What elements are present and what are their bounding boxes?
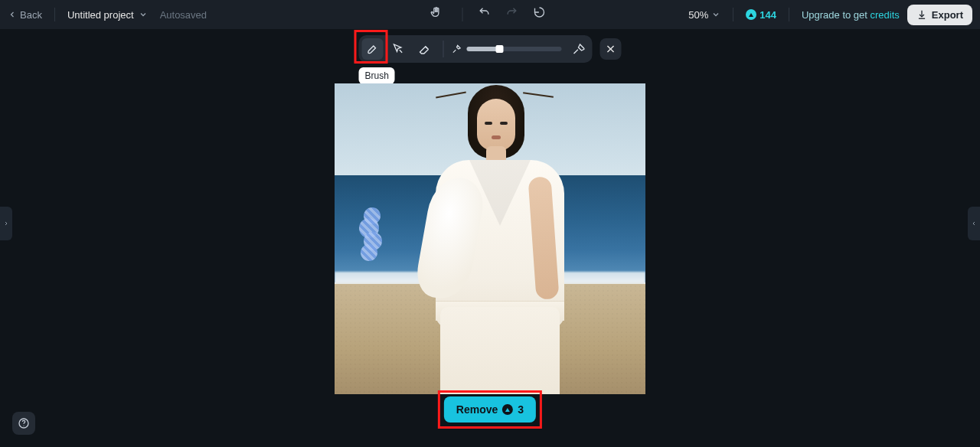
top-bar-left: Back Untitled project Autosaved [8, 8, 207, 21]
canvas-subject [394, 83, 593, 394]
upgrade-text: Upgrade to get [802, 9, 871, 21]
undo-button[interactable] [479, 6, 495, 23]
remove-button[interactable]: Remove 3 [444, 396, 536, 423]
zoom-label: 50% [688, 9, 708, 21]
separator [443, 41, 444, 57]
slider-fill [467, 47, 500, 51]
help-button[interactable] [12, 412, 35, 435]
brush-tooltip: Brush [359, 67, 395, 84]
brush-size-large-icon [573, 43, 585, 55]
top-bar-center [430, 0, 550, 29]
brush-size-small-icon [452, 44, 462, 54]
editor-canvas[interactable] [335, 83, 645, 394]
close-tool-palette-button[interactable] [600, 38, 622, 60]
remove-cost: 3 [518, 403, 524, 416]
brush-tool-button[interactable] [362, 38, 384, 60]
tool-palette-wrap: Brush [359, 35, 622, 63]
upgrade-link[interactable]: Upgrade to get credits [802, 9, 900, 21]
chevron-left-icon [8, 10, 17, 19]
separator [733, 8, 733, 21]
autosave-status: Autosaved [160, 9, 207, 21]
chevron-down-icon [711, 10, 720, 19]
brush-size-slider[interactable] [467, 47, 562, 51]
magic-select-icon [393, 43, 405, 55]
back-label: Back [20, 9, 42, 21]
top-bar-right: 50% 144 Upgrade to get credits Export [688, 5, 972, 25]
help-icon [18, 417, 30, 429]
eraser-icon [419, 43, 431, 55]
separator [462, 8, 463, 21]
brush-icon [367, 43, 379, 55]
separator [789, 8, 789, 21]
left-panel-expand-handle[interactable] [0, 207, 12, 240]
credit-coin-icon [746, 9, 756, 20]
chevron-down-icon [139, 10, 148, 19]
slider-thumb[interactable] [496, 45, 504, 53]
upgrade-credits-word: credits [871, 9, 900, 21]
redo-button[interactable] [506, 6, 523, 23]
separator [54, 8, 55, 21]
chevron-left-icon [971, 220, 977, 227]
pan-hand-button[interactable] [430, 6, 447, 23]
tool-palette [359, 35, 593, 63]
svg-point-3 [23, 426, 24, 426]
export-label: Export [932, 9, 963, 21]
remove-label: Remove [456, 403, 498, 416]
back-button[interactable]: Back [8, 9, 42, 21]
auto-select-tool-button[interactable] [388, 38, 410, 60]
chevron-right-icon [3, 220, 9, 227]
credits-count: 144 [760, 9, 776, 21]
download-icon [916, 9, 927, 20]
reset-button[interactable] [534, 6, 550, 23]
remove-button-wrap: Remove 3 [444, 396, 536, 423]
close-icon [606, 44, 616, 54]
brush-mask-region [359, 207, 385, 263]
project-title-text: Untitled project [67, 9, 134, 21]
zoom-dropdown[interactable]: 50% [688, 9, 720, 21]
tool-palette-container: Brush [359, 35, 593, 63]
credit-coin-icon [502, 404, 513, 415]
eraser-tool-button[interactable] [414, 38, 436, 60]
export-button[interactable]: Export [907, 5, 972, 25]
right-panel-expand-handle[interactable] [968, 207, 980, 240]
top-bar: Back Untitled project Autosaved 50% [0, 0, 980, 29]
credits-badge[interactable]: 144 [746, 9, 776, 21]
project-title-dropdown[interactable]: Untitled project [67, 9, 148, 21]
